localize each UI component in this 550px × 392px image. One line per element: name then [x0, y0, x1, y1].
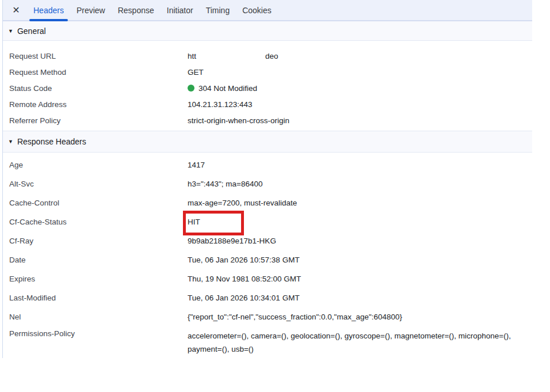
header-row-cf-ray: Cf-Ray 9b9ab2188e9e17b1-HKG	[3, 231, 532, 250]
header-value: h3=":443"; ma=86400	[188, 180, 262, 188]
header-key: Cf-Cache-Status	[3, 218, 188, 226]
header-value: httdeo	[188, 52, 278, 60]
header-row-expires: Expires Thu, 19 Nov 1981 08:52:00 GMT	[3, 269, 532, 288]
response-header-rows: Age 1417 Alt-Svc h3=":443"; ma=86400 Cac…	[3, 153, 532, 356]
tab-initiator[interactable]: Initiator	[161, 0, 199, 20]
section-title-general: General	[17, 26, 46, 36]
header-row-status-code: Status Code 304 Not Modified	[3, 80, 532, 96]
header-key: Referrer Policy	[3, 116, 188, 125]
header-row-permissions-policy: Permissions-Policy accelerometer=(), cam…	[3, 326, 532, 356]
header-row-request-method: Request Method GET	[3, 64, 532, 80]
header-value: HIT	[188, 218, 200, 226]
header-value: Thu, 19 Nov 1981 08:52:00 GMT	[188, 275, 301, 283]
header-key: Remote Address	[3, 100, 188, 109]
header-key: Cf-Ray	[3, 237, 188, 245]
detail-tabbar: ✕ Headers Preview Response Initiator Tim…	[3, 0, 532, 21]
header-key: Alt-Svc	[3, 180, 188, 188]
header-value: 104.21.31.123:443	[188, 100, 253, 109]
tab-response[interactable]: Response	[112, 0, 160, 20]
disclosure-triangle-icon: ▼	[8, 28, 13, 34]
section-title-response-headers: Response Headers	[17, 137, 86, 146]
header-key: Request Method	[3, 68, 188, 77]
header-row-request-url: Request URL httdeo	[3, 48, 532, 64]
close-icon[interactable]: ✕	[12, 6, 21, 15]
header-key: Request URL	[3, 52, 188, 60]
header-key: Last-Modified	[3, 294, 188, 302]
header-value: GET	[188, 68, 204, 77]
url-fragment-start: htt	[188, 52, 196, 60]
header-value: accelerometer=(), camera=(), geolocation…	[188, 329, 520, 356]
tab-headers[interactable]: Headers	[28, 0, 70, 20]
header-row-nel: Nel {"report_to":"cf-nel","success_fract…	[3, 307, 532, 326]
header-value: 9b9ab2188e9e17b1-HKG	[188, 237, 276, 245]
network-request-details-panel: ✕ Headers Preview Response Initiator Tim…	[2, 0, 532, 358]
header-value: max-age=7200, must-revalidate	[188, 199, 297, 207]
header-key: Cache-Control	[3, 199, 188, 207]
header-value: strict-origin-when-cross-origin	[188, 116, 289, 125]
general-rows: Request URL httdeo Request Method GET St…	[3, 41, 532, 128]
header-row-age: Age 1417	[3, 155, 532, 174]
header-key: Date	[3, 256, 188, 264]
header-row-alt-svc: Alt-Svc h3=":443"; ma=86400	[3, 174, 532, 193]
header-value: Tue, 06 Jan 2026 10:34:01 GMT	[188, 294, 300, 302]
header-value: 304 Not Modified	[188, 84, 257, 93]
status-green-dot-icon	[188, 85, 194, 92]
header-value: Tue, 06 Jan 2026 10:57:38 GMT	[188, 256, 300, 264]
header-row-cf-cache-status: Cf-Cache-Status HIT	[3, 212, 532, 231]
header-row-last-modified: Last-Modified Tue, 06 Jan 2026 10:34:01 …	[3, 288, 532, 307]
header-key: Permissions-Policy	[3, 329, 188, 338]
tab-cookies[interactable]: Cookies	[236, 0, 277, 20]
tab-preview[interactable]: Preview	[71, 0, 111, 20]
header-key: Status Code	[3, 84, 188, 93]
header-row-date: Date Tue, 06 Jan 2026 10:57:38 GMT	[3, 250, 532, 269]
header-row-cache-control: Cache-Control max-age=7200, must-revalid…	[3, 193, 532, 212]
status-code-text: 304 Not Modified	[198, 84, 257, 93]
disclosure-triangle-icon: ▼	[8, 139, 13, 144]
header-value: 1417	[188, 161, 205, 169]
section-header-general[interactable]: ▼ General	[3, 21, 532, 41]
header-key: Nel	[3, 313, 188, 321]
header-key: Expires	[3, 275, 188, 283]
header-row-referrer-policy: Referrer Policy strict-origin-when-cross…	[3, 112, 532, 128]
tab-timing[interactable]: Timing	[200, 0, 236, 20]
section-header-response-headers[interactable]: ▼ Response Headers	[3, 131, 532, 153]
header-row-remote-address: Remote Address 104.21.31.123:443	[3, 96, 532, 112]
url-fragment-end: deo	[265, 52, 278, 60]
header-value: {"report_to":"cf-nel","success_fraction"…	[188, 313, 402, 321]
header-key: Age	[3, 161, 188, 169]
